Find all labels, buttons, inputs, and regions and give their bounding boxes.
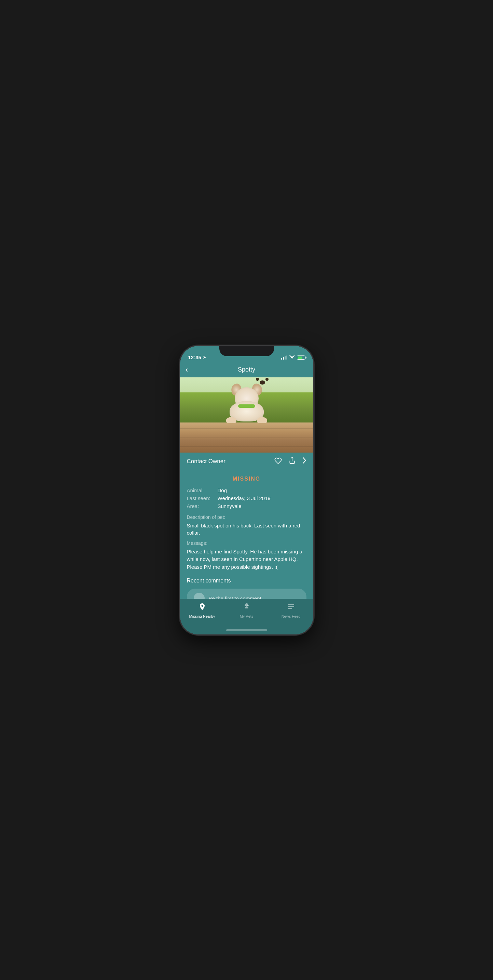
- description-label: Description of pet:: [187, 514, 306, 520]
- nav-header: ‹ Spotty: [180, 362, 313, 377]
- comment-placeholder: Be the first to comment: [209, 595, 262, 599]
- missing-status-label: MISSING: [187, 476, 306, 482]
- signal-icon: [281, 355, 287, 360]
- dog-scene: [180, 377, 313, 453]
- bottom-nav: Missing Nearby My Pets: [180, 599, 313, 626]
- message-text: Please help me find Spotty. He has been …: [187, 548, 306, 571]
- area-label: Area:: [187, 503, 218, 509]
- missing-nearby-label: Missing Nearby: [189, 614, 215, 618]
- location-arrow-icon: ➤: [203, 355, 206, 360]
- missing-nearby-icon: [198, 603, 206, 613]
- action-bar: Contact Owner: [180, 453, 313, 470]
- status-time: 12:35 ➤: [188, 355, 206, 360]
- recent-comments-label: Recent comments: [187, 578, 306, 584]
- news-feed-icon: [287, 603, 295, 613]
- pet-info-section: Animal: Dog Last seen: Wednesday, 3 Jul …: [187, 487, 306, 509]
- time-display: 12:35: [188, 355, 201, 360]
- my-pets-icon: [243, 603, 251, 613]
- last-seen-value: Wednesday, 3 Jul 2019: [218, 495, 271, 501]
- comment-avatar: [194, 593, 204, 599]
- wifi-icon: [289, 355, 295, 360]
- last-seen-row: Last seen: Wednesday, 3 Jul 2019: [187, 495, 306, 501]
- back-button[interactable]: ‹: [185, 365, 188, 374]
- description-text: Small black spot on his back. Last seen …: [187, 522, 306, 536]
- message-label: Message:: [187, 541, 306, 546]
- area-row: Area: Sunnyvale: [187, 503, 306, 509]
- phone-screen: 12:35 ➤: [180, 346, 313, 635]
- notch: [219, 346, 274, 356]
- area-value: Sunnyvale: [218, 503, 241, 509]
- last-seen-label: Last seen:: [187, 495, 218, 501]
- heart-icon[interactable]: [274, 457, 282, 466]
- back-arrow-icon: ‹: [185, 365, 188, 374]
- svg-rect-4: [288, 606, 294, 607]
- svg-point-1: [245, 605, 246, 606]
- animal-label: Animal:: [187, 487, 218, 493]
- battery-fill: [298, 356, 302, 359]
- action-icons: [274, 457, 306, 466]
- description-section: Description of pet: Small black spot on …: [187, 514, 306, 536]
- svg-point-2: [247, 605, 249, 606]
- dog-illustration: [219, 394, 274, 428]
- battery-icon: [297, 355, 305, 360]
- nav-my-pets[interactable]: My Pets: [225, 603, 269, 618]
- status-icons: [281, 355, 305, 360]
- nav-missing-nearby[interactable]: Missing Nearby: [180, 603, 225, 618]
- pet-image: [180, 377, 313, 453]
- animal-row: Animal: Dog: [187, 487, 306, 493]
- contact-owner-button[interactable]: Contact Owner: [187, 458, 225, 465]
- svg-rect-5: [288, 608, 292, 609]
- next-icon[interactable]: [302, 457, 306, 466]
- message-section: Message: Please help me find Spotty. He …: [187, 541, 306, 571]
- share-icon[interactable]: [289, 457, 295, 466]
- svg-point-0: [201, 606, 203, 607]
- news-feed-label: News Feed: [282, 614, 301, 618]
- home-bar: [226, 629, 267, 631]
- phone-frame: 12:35 ➤: [180, 346, 313, 635]
- my-pets-label: My Pets: [240, 614, 254, 618]
- page-title: Spotty: [238, 366, 255, 373]
- nav-news-feed[interactable]: News Feed: [269, 603, 313, 618]
- svg-rect-3: [288, 604, 294, 605]
- comment-input[interactable]: Be the first to comment: [187, 589, 306, 599]
- animal-value: Dog: [218, 487, 227, 493]
- content-area[interactable]: MISSING Animal: Dog Last seen: Wednesday…: [180, 470, 313, 599]
- home-indicator: [180, 626, 313, 635]
